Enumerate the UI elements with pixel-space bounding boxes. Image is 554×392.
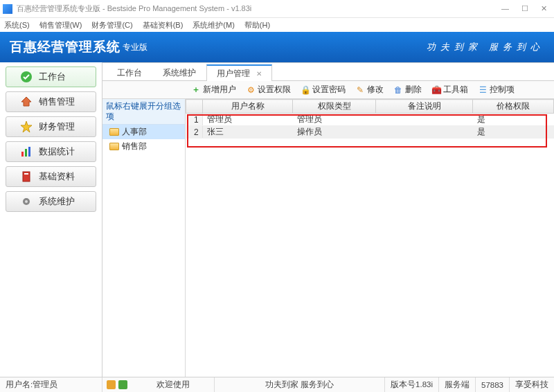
trash-icon: 🗑 [393, 85, 403, 95]
gear-orange-icon: ⚙ [246, 85, 256, 95]
toolbox-button[interactable]: 🧰工具箱 [431, 84, 468, 96]
status-user: 用户名:管理员 [0, 377, 102, 392]
status-version: 版本号1.83i [385, 377, 439, 392]
folder-icon [109, 143, 119, 150]
status-server: 服务端 [439, 377, 476, 392]
sliders-icon: ☰ [478, 85, 488, 95]
cell-rownum: 1 [186, 114, 203, 126]
cell-role: 管理员 [293, 114, 376, 126]
tab-label: 用户管理 [217, 68, 250, 80]
table-row[interactable]: 2 张三 操作员 是 [186, 126, 554, 139]
lock-icon: 🔒 [301, 85, 310, 95]
tab-workbench[interactable]: 工作台 [107, 64, 152, 81]
table-row[interactable]: 1 管理员 管理员 是 [186, 114, 554, 126]
cell-remark [376, 114, 473, 126]
content-area: 工作台 系统维护 用户管理✕ ＋新增用户 ⚙设置权限 🔒设置密码 ✎修改 🗑删除… [102, 62, 554, 377]
status-icon-1[interactable] [107, 380, 116, 389]
tab-label: 系统维护 [163, 67, 196, 79]
column-username[interactable]: 用户名称 [203, 100, 293, 114]
set-password-button[interactable]: 🔒设置密码 [301, 84, 346, 96]
close-icon[interactable]: ✕ [256, 70, 262, 78]
column-price-perm[interactable]: 价格权限 [473, 100, 554, 114]
column-remark[interactable]: 备注说明 [376, 100, 473, 114]
sidebar-item-label: 系统维护 [39, 196, 75, 208]
cell-role: 操作员 [293, 126, 376, 139]
close-button[interactable]: ✕ [541, 4, 547, 13]
sidebar-item-basedata[interactable]: 基础资料 [6, 166, 96, 187]
cell-price: 是 [473, 126, 554, 139]
folder-icon [109, 128, 119, 136]
column-role[interactable]: 权限类型 [293, 100, 376, 114]
sidebar-item-maintenance[interactable]: 系统维护 [6, 191, 96, 212]
bar-chart-icon [20, 145, 33, 158]
toolbox-icon: 🧰 [431, 85, 441, 95]
sidebar-item-label: 数据统计 [39, 146, 75, 158]
cell-price: 是 [473, 114, 554, 126]
menu-help[interactable]: 帮助(H) [244, 20, 270, 30]
window-title: 百惠经营管理系统专业版 - Bestside Pro Management Sy… [17, 3, 501, 14]
tree-item-sales[interactable]: 销售部 [102, 139, 185, 154]
menu-basedata[interactable]: 基础资料(B) [143, 20, 184, 30]
tree-item-hr[interactable]: 人事部 [102, 125, 185, 139]
sidebar-item-finance[interactable]: 财务管理 [6, 116, 96, 137]
add-user-button[interactable]: ＋新增用户 [191, 84, 236, 96]
menu-finance[interactable]: 财务管理(C) [91, 20, 132, 30]
status-icon-2[interactable] [118, 380, 127, 389]
svg-marker-1 [21, 97, 31, 106]
maximize-button[interactable]: ☐ [521, 4, 528, 13]
sidebar-item-sales[interactable]: 销售管理 [6, 91, 96, 112]
tree-item-label: 人事部 [122, 126, 147, 138]
status-port: 57883 [476, 377, 510, 392]
pencil-icon: ✎ [355, 85, 365, 95]
svg-rect-3 [21, 152, 24, 157]
tab-maintenance[interactable]: 系统维护 [152, 64, 206, 81]
sidebar-item-label: 工作台 [39, 71, 66, 83]
svg-rect-4 [25, 149, 27, 157]
group-tree: 鼠标右键展开分组选项 人事部 销售部 [102, 99, 186, 377]
gear-icon [20, 195, 33, 208]
user-grid: 用户名称 权限类型 备注说明 价格权限 1 管理员 管理员 是 [186, 99, 554, 377]
column-rownum[interactable] [186, 100, 203, 114]
tree-header: 鼠标右键展开分组选项 [102, 99, 185, 125]
cell-username: 张三 [203, 126, 293, 139]
delete-button[interactable]: 🗑删除 [393, 84, 422, 96]
status-motto: 功夫到家 服务到心 [215, 377, 385, 392]
svg-point-9 [25, 200, 28, 203]
sidebar-item-workbench[interactable]: 工作台 [6, 66, 96, 87]
tab-user-management[interactable]: 用户管理✕ [206, 64, 272, 81]
menu-system[interactable]: 系统(S) [4, 20, 30, 30]
menu-maintenance[interactable]: 系统维护(M) [193, 20, 235, 30]
book-icon [20, 170, 33, 183]
tab-bar: 工作台 系统维护 用户管理✕ [102, 63, 554, 81]
svg-marker-2 [21, 121, 32, 132]
sidebar-item-label: 销售管理 [39, 96, 75, 108]
svg-rect-7 [24, 173, 28, 175]
control-items-button[interactable]: ☰控制项 [478, 84, 515, 96]
check-circle-icon [20, 71, 33, 83]
set-permission-button[interactable]: ⚙设置权限 [246, 84, 291, 96]
status-welcome: 欢迎使用 [132, 377, 215, 392]
tree-item-label: 销售部 [122, 141, 147, 152]
menu-sales[interactable]: 销售管理(W) [39, 20, 82, 30]
house-icon [20, 96, 33, 108]
minimize-button[interactable]: — [501, 4, 509, 13]
cell-username: 管理员 [203, 114, 293, 126]
sidebar: 工作台 销售管理 财务管理 数据统计 基础资料 系统维护 [0, 62, 102, 377]
sidebar-item-stats[interactable]: 数据统计 [6, 141, 96, 162]
brand-edition: 专业版 [123, 42, 148, 53]
svg-rect-5 [28, 147, 30, 157]
status-company: 享受科技 [510, 377, 554, 392]
brand-name: 百惠经营管理系统 [10, 38, 120, 56]
sidebar-item-label: 基础资料 [39, 171, 75, 183]
cell-remark [376, 126, 473, 139]
plus-icon: ＋ [191, 85, 201, 95]
toolbar: ＋新增用户 ⚙设置权限 🔒设置密码 ✎修改 🗑删除 🧰工具箱 ☰控制项 [102, 81, 554, 99]
menubar: 系统(S) 销售管理(W) 财务管理(C) 基础资料(B) 系统维护(M) 帮助… [0, 18, 554, 32]
app-icon [3, 4, 12, 14]
banner: 百惠经营管理系统 专业版 功夫到家 服务到心 [0, 32, 554, 62]
cell-rownum: 2 [186, 126, 203, 139]
window-titlebar: 百惠经营管理系统专业版 - Bestside Pro Management Sy… [0, 0, 554, 18]
tab-label: 工作台 [117, 67, 142, 79]
edit-button[interactable]: ✎修改 [355, 84, 384, 96]
brand-slogan: 功夫到家 服务到心 [427, 41, 544, 53]
